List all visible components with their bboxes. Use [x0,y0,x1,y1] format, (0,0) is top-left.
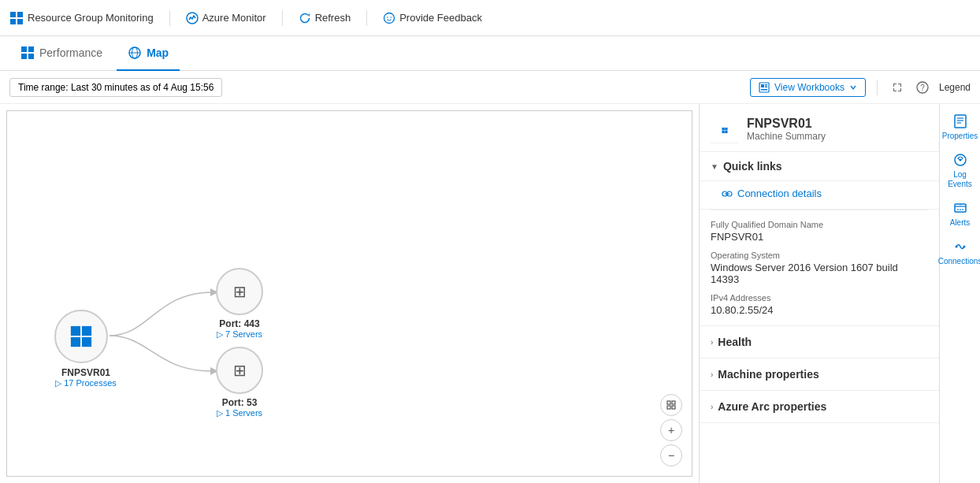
log-events-icon [952,152,968,168]
server-name: FNPSVR01 [747,117,826,131]
svg-rect-24 [71,326,80,336]
connector-lines [7,111,692,476]
feedback-icon [383,12,395,24]
expand-icon [892,82,903,93]
top-bar: Resource Group Monitoring Azure Monitor … [0,0,980,36]
fqdn-value: FNPSVR01 [711,231,928,243]
azure-arc-section[interactable]: › Azure Arc properties [700,391,939,423]
node-port443-label: Port: 443 ▷ 7 Servers [204,318,275,340]
zoom-out-button[interactable]: − [660,444,682,466]
svg-point-6 [387,17,388,18]
feedback-label: Provide Feedback [399,12,482,24]
alerts-icon: ! [952,200,968,216]
feedback-item[interactable]: Provide Feedback [383,12,482,24]
map-canvas: FNPSVR01 ▷ 17 Processes ⊞ Port: 443 ▷ 7 … [7,111,692,476]
svg-point-52 [963,246,965,248]
node-fnpsvr01[interactable] [54,310,108,363]
svg-rect-9 [28,46,34,52]
os-value: Windows Server 2016 Version 1607 build 1… [711,262,928,285]
machine-props-header[interactable]: › Machine properties [700,359,939,390]
performance-icon [20,46,35,60]
fit-zoom-button[interactable] [660,394,682,416]
machine-props-title: Machine properties [718,368,819,381]
svg-rect-16 [761,84,764,87]
app-title-item[interactable]: Resource Group Monitoring [9,11,154,25]
svg-rect-39 [955,115,966,128]
port-icon-443: ⊞ [233,282,247,301]
quick-links-content: Connection details [700,181,939,210]
main-layout: FNPSVR01 ▷ 17 Processes ⊞ Port: 443 ▷ 7 … [0,104,980,483]
svg-rect-0 [10,12,16,17]
health-chevron: › [711,338,713,347]
node-fnpsvr01-label: FNPSVR01 ▷ 17 Processes [50,367,121,388]
toolbar-divider [877,80,878,95]
svg-rect-32 [722,128,724,130]
svg-rect-1 [17,12,23,17]
divider1 [169,10,170,26]
tab-map[interactable]: Map [117,36,180,71]
toolbar: Time range: Last 30 minutes as of 4 Aug … [0,71,980,104]
azure-arc-header[interactable]: › Azure Arc properties [700,391,939,422]
azure-arc-title: Azure Arc properties [718,400,826,413]
zoom-in-button[interactable]: + [660,419,682,441]
server-subtitle: Machine Summary [747,131,826,142]
svg-rect-31 [672,406,675,409]
svg-point-5 [384,13,395,23]
app-title: Resource Group Monitoring [28,12,154,24]
fqdn-label: Fully Qualified Domain Name [711,220,928,229]
connections-icon [952,239,968,255]
map-area: FNPSVR01 ▷ 17 Processes ⊞ Port: 443 ▷ 7 … [6,110,692,477]
properties-icon [952,113,968,129]
info-panel: FNPSVR01 Machine Summary ▼ Quick links C… [699,104,939,483]
node-port53-label: Port: 53 ▷ 1 Servers [204,397,275,418]
fit-icon [666,399,677,411]
help-button[interactable]: ? [914,79,931,96]
svg-rect-17 [765,84,767,86]
workbooks-icon [759,82,770,93]
sidebar-connections-button[interactable]: Connections [941,234,979,271]
expand-button[interactable] [889,79,906,96]
refresh-icon [299,12,311,24]
server-windows-icon [711,115,739,143]
right-sidebar: Properties Log Events ! Alerts [939,104,980,483]
svg-rect-29 [672,401,675,404]
svg-rect-11 [28,54,34,59]
link-icon [722,188,733,199]
tab-bar: Performance Map [0,36,980,71]
connection-details-link[interactable]: Connection details [722,184,928,202]
machine-properties-section[interactable]: › Machine properties [700,359,939,391]
svg-rect-26 [71,337,80,347]
chevron-down-icon [849,84,857,91]
health-header[interactable]: › Health [700,326,939,358]
svg-rect-10 [21,54,27,59]
svg-text:?: ? [920,84,925,92]
node-port53[interactable]: ⊞ [216,347,263,394]
health-section[interactable]: › Health [700,326,939,359]
svg-point-7 [391,17,392,18]
machine-props-chevron: › [711,370,713,379]
view-workbooks-button[interactable]: View Workbooks [750,78,866,97]
time-range-button[interactable]: Time range: Last 30 minutes as of 4 Aug … [9,78,222,97]
tab-performance[interactable]: Performance [9,36,113,71]
legend-button[interactable]: Legend [939,82,971,93]
svg-rect-2 [10,19,16,24]
node-port443[interactable]: ⊞ [216,268,263,315]
health-title: Health [718,336,752,348]
sidebar-properties-button[interactable]: Properties [941,109,979,146]
sidebar-alerts-button[interactable]: ! Alerts [941,195,979,232]
svg-rect-35 [725,131,727,133]
svg-rect-18 [765,86,767,87]
svg-rect-33 [725,128,727,130]
azure-monitor-label: Azure Monitor [202,12,266,24]
svg-rect-30 [667,406,670,409]
divider3 [366,10,367,26]
svg-point-51 [955,246,957,248]
azure-monitor-item[interactable]: Azure Monitor [186,12,266,24]
sidebar-log-events-button[interactable]: Log Events [941,147,979,194]
refresh-item[interactable]: Refresh [299,12,351,24]
quick-links-chevron: ▼ [711,162,718,171]
azure-arc-chevron: › [711,403,713,411]
ipv4-label: IPv4 Addresses [711,293,928,303]
ipv4-value: 10.80.2.55/24 [711,304,928,316]
quick-links-header[interactable]: ▼ Quick links [700,152,939,181]
